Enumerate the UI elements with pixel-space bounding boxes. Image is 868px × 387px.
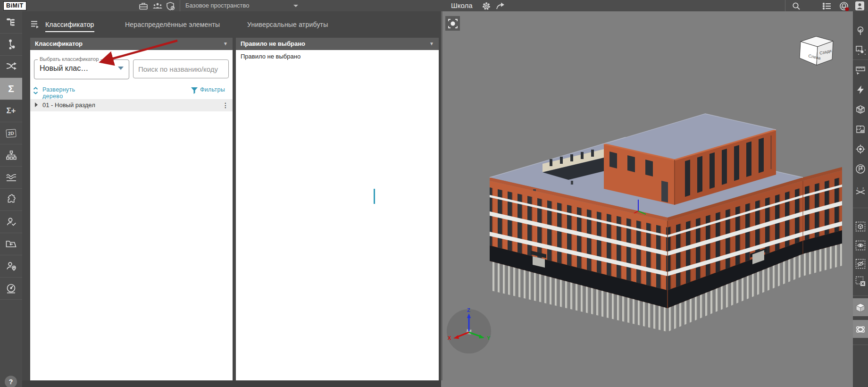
tab-unassigned-elements[interactable]: Нераспределённые элементы <box>125 18 220 31</box>
floor-plan-icon[interactable] <box>855 124 866 135</box>
orbit-icon[interactable] <box>855 324 866 335</box>
tree-row[interactable]: 01 - Новый раздел ⋮ <box>30 99 233 111</box>
model-tree-icon[interactable] <box>0 11 22 34</box>
tree-expand-chevron-icon[interactable] <box>35 102 38 107</box>
tab-classifier[interactable]: Классификатор <box>45 18 94 32</box>
2d-view-icon[interactable]: 2D <box>0 122 22 144</box>
classifier-add-icon[interactable]: Σ+ <box>0 100 22 122</box>
toolbar-separator <box>853 208 868 208</box>
expand-tree-label: Развернуть дерево <box>42 86 75 100</box>
panel-edge-shadow <box>441 11 442 380</box>
select-similar-icon[interactable] <box>855 45 866 56</box>
connections-icon[interactable] <box>0 34 22 56</box>
section-box-icon[interactable] <box>855 104 866 115</box>
navigation-gyro[interactable]: Z X Y <box>445 307 493 355</box>
hide-elements-icon[interactable] <box>855 259 866 269</box>
classifier-section-header[interactable]: Классификатор ▼ <box>30 38 233 50</box>
share-icon[interactable] <box>495 1 506 10</box>
plugins-puzzle-icon[interactable] <box>0 189 22 211</box>
grid-axes-icon[interactable]: 12 <box>855 186 866 197</box>
account-icon[interactable] <box>855 1 865 10</box>
user-check-icon[interactable] <box>0 211 22 233</box>
isolate-selection-icon[interactable] <box>855 221 866 232</box>
classifier-select-value: Новый клас… <box>40 64 88 73</box>
search-icon[interactable] <box>791 1 801 10</box>
rule-section-header[interactable]: Правило не выбрано ▼ <box>236 38 439 50</box>
search-input[interactable] <box>133 59 229 78</box>
show-elements-icon[interactable] <box>855 240 866 251</box>
app-window: BiMiT Базовое пространство Школа <box>0 0 868 387</box>
flag-marker-icon[interactable] <box>855 164 866 174</box>
svg-text:1: 1 <box>857 187 859 190</box>
structure-orgchart-icon[interactable] <box>0 144 22 167</box>
panel-scroll-indicator[interactable] <box>374 189 375 204</box>
focus-selection-button[interactable] <box>445 16 460 31</box>
help-button[interactable]: ? <box>5 376 17 387</box>
graphs-waves-icon[interactable] <box>0 167 22 189</box>
user-location-icon[interactable] <box>0 255 22 278</box>
toolbar-separator <box>853 345 868 345</box>
notifications-bell-icon[interactable] <box>839 1 849 10</box>
classifier-select-caret-icon[interactable] <box>118 67 124 70</box>
left-toolbar: Σ Σ+ 2D <box>0 11 22 387</box>
gyro-x-label: X <box>448 335 451 341</box>
locate-target-icon[interactable] <box>855 144 866 154</box>
measure-ruler-icon[interactable] <box>855 65 866 75</box>
filters-label: Фильтры <box>200 86 225 93</box>
distribute-shuffle-icon[interactable] <box>0 56 22 78</box>
tab-universal-attributes[interactable]: Универсальные атрибуты <box>247 18 328 31</box>
gyro-z-label: Z <box>467 307 470 313</box>
workspace-caret-icon[interactable] <box>293 5 298 7</box>
gyro-y-label: Y <box>487 335 491 341</box>
list-menu-icon[interactable] <box>822 1 832 10</box>
toolbar-separator <box>853 59 868 60</box>
environment-tree-icon[interactable] <box>855 25 866 36</box>
classifier-select-label: Выбрать классификатор <box>38 56 100 62</box>
classifier-header-caret-icon: ▼ <box>223 38 228 50</box>
topbar-divider-right <box>785 0 785 11</box>
panel-menu-icon[interactable] <box>31 20 40 29</box>
rule-header-caret-icon: ▼ <box>429 38 434 50</box>
rule-section-title: Правило не выбрано <box>241 40 305 47</box>
top-bar: BiMiT Базовое пространство Школа <box>0 0 868 11</box>
tree-node-label: 01 - Новый раздел <box>42 99 95 111</box>
project-title: Школа <box>451 0 473 11</box>
classifier-sigma-icon[interactable]: Σ <box>0 78 22 100</box>
app-logo[interactable]: BiMiT <box>3 1 26 10</box>
import-folder-icon[interactable] <box>0 233 22 255</box>
tree-row-menu-icon[interactable]: ⋮ <box>222 99 229 111</box>
classifier-section-title: Классификатор <box>35 40 83 47</box>
team-users-icon[interactable] <box>152 1 162 10</box>
shaded-cube-icon[interactable] <box>855 303 866 313</box>
view-cube[interactable]: Слева Сзади <box>798 35 839 76</box>
projects-briefcase-icon[interactable] <box>138 1 149 10</box>
rule-column: Правило не выбрано ▼ <box>236 38 439 380</box>
topbar-divider <box>180 0 180 11</box>
project-settings-gear-icon[interactable] <box>481 1 492 10</box>
clear-selection-icon[interactable] <box>855 276 866 286</box>
toolbar-separator <box>853 295 868 296</box>
panel-tabs-bar: Классификатор Нераспределённые элементы … <box>22 11 441 37</box>
building-model[interactable] <box>486 110 844 346</box>
flash-clash-icon[interactable] <box>855 84 866 95</box>
workspace-selector[interactable]: Базовое пространство <box>185 0 250 11</box>
rule-empty-text: Правило не выбрано <box>241 53 300 60</box>
dashboard-gauge-icon[interactable] <box>0 278 22 300</box>
shield-history-icon[interactable] <box>166 1 176 10</box>
svg-text:2: 2 <box>862 187 864 190</box>
